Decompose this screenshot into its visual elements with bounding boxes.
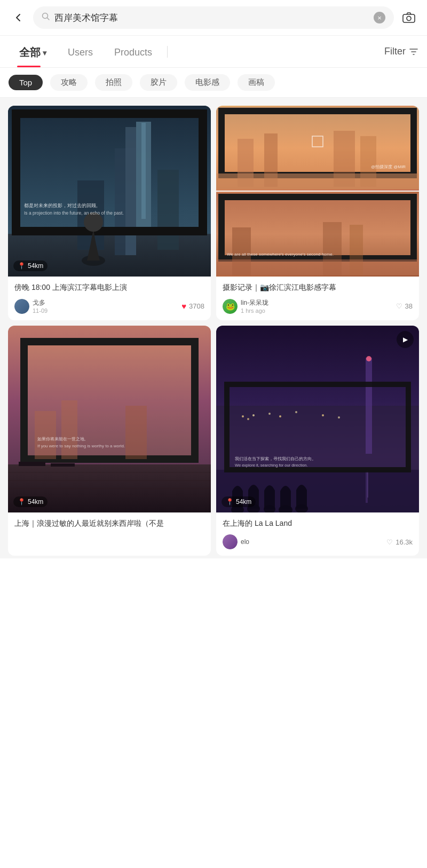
card-4[interactable]: 我们活在当下探索，寻找我们自己的方向。 We explore it, searc… — [216, 326, 419, 556]
card-1-author-date: 11-09 — [33, 307, 48, 314]
sub-tab-paizhao[interactable]: 拍照 — [95, 74, 132, 91]
svg-text:都是对未来的投影，对过去的回顾,: 都是对未来的投影，对过去的回顾, — [24, 203, 98, 208]
card-2[interactable]: @拍摄深度 @MIR — [216, 106, 419, 320]
svg-point-53 — [247, 418, 249, 420]
tab-all[interactable]: 全部 ▾ — [9, 36, 57, 67]
tab-users-label: Users — [68, 47, 93, 58]
svg-point-54 — [252, 414, 255, 416]
svg-rect-45 — [51, 463, 75, 467]
card-4-likes[interactable]: ♡ 16.3k — [386, 538, 413, 546]
svg-text:我们活在当下探索，寻找我们自己的方向。: 我们活在当下探索，寻找我们自己的方向。 — [235, 456, 316, 461]
svg-point-52 — [242, 415, 244, 417]
card-1-author: 戈多 11-09 — [14, 298, 48, 314]
heart-outline-icon-4: ♡ — [386, 538, 393, 546]
card-2-like-count: 38 — [405, 302, 413, 310]
card-4-body: 在上海的 La La Land elo ♡ 16.3k — [216, 512, 419, 556]
card-2-author: 🐸 lin-呆呆珑 1 hrs ago — [223, 298, 268, 314]
location-pin-icon-3: 📍 — [18, 498, 26, 506]
svg-point-55 — [268, 413, 271, 415]
svg-point-59 — [338, 416, 340, 419]
card-2-author-info: lin-呆呆珑 1 hrs ago — [241, 298, 268, 314]
card-1-like-count: 3708 — [189, 302, 204, 310]
tab-products-label: Products — [114, 47, 152, 58]
filter-label: Filter — [384, 46, 406, 57]
card-3-title: 上海｜浪漫过敏的人最近就别来西岸啦（不是 — [14, 518, 204, 529]
svg-rect-1 — [403, 14, 415, 22]
card-1-avatar — [14, 299, 29, 314]
search-input[interactable] — [54, 12, 369, 23]
location-pin-icon-4: 📍 — [226, 498, 234, 506]
location-pin-icon: 📍 — [18, 262, 26, 270]
svg-point-58 — [322, 414, 324, 416]
sub-tab-huabi[interactable]: 画稿 — [238, 74, 275, 91]
card-2-image: @拍摄深度 @MIR — [216, 106, 419, 277]
content-grid: 都是对未来的投影，对过去的回顾, Is a projection into th… — [0, 98, 427, 558]
svg-text:If you were to say nothing is : If you were to say nothing is worthy to … — [37, 444, 125, 448]
tab-divider — [167, 46, 168, 58]
card-4-play-button[interactable]: ▶ — [397, 331, 414, 348]
tab-users[interactable]: Users — [57, 37, 104, 66]
back-button[interactable] — [9, 8, 28, 27]
card-4-author-name: elo — [241, 538, 249, 546]
sub-tabs: Top 攻略 拍照 胶片 电影感 画稿 — [0, 68, 427, 98]
card-1-likes[interactable]: ♥ 3708 — [181, 302, 204, 311]
clear-button[interactable]: × — [374, 12, 385, 23]
svg-rect-62 — [367, 471, 368, 498]
card-2-author-date: 1 hrs ago — [241, 307, 268, 314]
card-2-title: 摄影记录｜📷徐汇滨江电影感字幕 — [223, 282, 413, 293]
svg-point-57 — [295, 411, 297, 413]
card-2-author-name: lin-呆呆珑 — [241, 298, 268, 307]
card-1-body: 傍晚 18:00 上海滨江字幕电影上演 戈多 11-09 ♥ 3708 — [8, 277, 211, 320]
tab-nav: 全部 ▾ Users Products Filter — [0, 36, 427, 68]
camera-button[interactable] — [399, 8, 418, 27]
svg-rect-43 — [125, 406, 147, 459]
card-1-author-info: 戈多 11-09 — [33, 298, 48, 314]
svg-text:Is a projection into the futur: Is a projection into the future, an echo… — [24, 210, 124, 216]
sub-tab-top[interactable]: Top — [9, 75, 43, 90]
card-4-avatar — [223, 534, 238, 549]
card-3-image: 如果你将来能在一世之地, If you were to say nothing … — [8, 326, 211, 512]
svg-text:@拍摄深度 @MIR: @拍摄深度 @MIR — [371, 164, 406, 169]
card-1-meta: 戈多 11-09 ♥ 3708 — [14, 298, 204, 314]
card-4-author-info: elo — [241, 538, 249, 546]
card-4-title: 在上海的 La La Land — [223, 518, 413, 529]
card-3-body: 上海｜浪漫过敏的人最近就别来西岸啦（不是 — [8, 512, 211, 541]
svg-point-51 — [366, 356, 371, 361]
svg-rect-31 — [216, 259, 419, 275]
svg-rect-44 — [19, 462, 45, 466]
card-3[interactable]: 如果你将来能在一世之地, If you were to say nothing … — [8, 326, 211, 556]
heart-outline-icon: ♡ — [396, 302, 402, 310]
tab-products[interactable]: Products — [104, 37, 163, 66]
play-icon: ▶ — [403, 336, 408, 343]
card-4-meta: elo ♡ 16.3k — [223, 534, 413, 549]
svg-rect-23 — [216, 173, 419, 190]
sub-tab-dianyinggan[interactable]: 电影感 — [185, 74, 230, 91]
svg-rect-42 — [61, 400, 77, 459]
chevron-down-icon: ▾ — [43, 49, 46, 57]
card-2-likes[interactable]: ♡ 38 — [396, 302, 413, 310]
card-4-like-count: 16.3k — [396, 538, 413, 546]
filter-button[interactable]: Filter — [384, 38, 418, 65]
card-4-author: elo — [223, 534, 249, 549]
card-1[interactable]: 都是对未来的投影，对过去的回顾, Is a projection into th… — [8, 106, 211, 320]
svg-text:如果你将来能在一世之地,: 如果你将来能在一世之地, — [37, 437, 85, 441]
card-1-location: 📍 54km — [13, 261, 48, 271]
svg-rect-41 — [35, 411, 56, 459]
svg-point-56 — [279, 415, 281, 417]
card-1-image: 都是对未来的投影，对过去的回顾, Is a projection into th… — [8, 106, 211, 277]
card-1-author-name: 戈多 — [33, 298, 48, 307]
svg-text:We explore it, searching for o: We explore it, searching for our directi… — [235, 463, 308, 468]
card-2-avatar: 🐸 — [223, 299, 238, 314]
card-1-title: 傍晚 18:00 上海滨江字幕电影上演 — [14, 282, 204, 293]
card-2-image-top: @拍摄深度 @MIR — [216, 106, 419, 191]
filter-icon — [409, 47, 418, 57]
sub-tab-gonglue[interactable]: 攻略 — [50, 74, 88, 91]
sub-tab-jiaopian[interactable]: 胶片 — [140, 74, 177, 91]
card-3-location: 📍 54km — [13, 496, 48, 507]
heart-filled-icon: ♥ — [181, 302, 186, 311]
svg-rect-50 — [366, 358, 372, 454]
card-4-location: 📍 54km — [222, 496, 256, 507]
search-input-wrap: × — [33, 6, 394, 29]
search-bar: × — [0, 0, 427, 36]
svg-text:We are all these somewhere's e: We are all these somewhere's everyone's … — [227, 252, 334, 257]
